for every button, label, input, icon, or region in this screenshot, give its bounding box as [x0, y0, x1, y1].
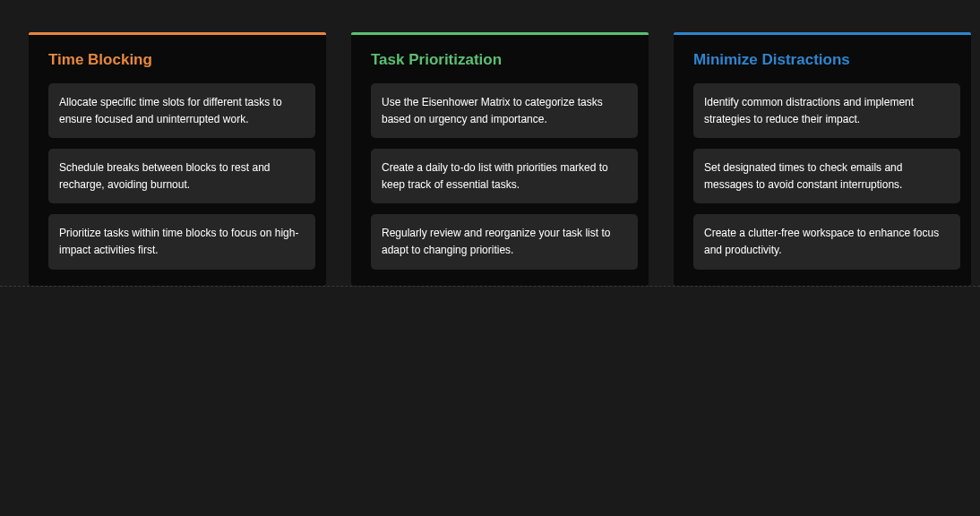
tip-item: Set designated times to check emails and…: [693, 149, 960, 203]
tip-item: Regularly review and reorganize your tas…: [371, 214, 638, 269]
tip-item: Allocate specific time slots for differe…: [48, 83, 315, 138]
card-title: Task Prioritization: [371, 51, 638, 69]
card-task-prioritization: Task Prioritization Use the Eisenhower M…: [351, 32, 649, 286]
card-minimize-distractions: Minimize Distractions Identify common di…: [674, 32, 971, 286]
tip-list: Identify common distractions and impleme…: [693, 83, 960, 270]
tip-item: Use the Eisenhower Matrix to categorize …: [371, 83, 638, 138]
card-inner: Time Blocking Allocate specific time slo…: [29, 35, 326, 282]
card-title: Minimize Distractions: [693, 51, 960, 69]
card-inner: Task Prioritization Use the Eisenhower M…: [351, 35, 649, 282]
tip-item: Create a daily to-do list with prioritie…: [371, 149, 638, 203]
tip-item: Identify common distractions and impleme…: [693, 83, 960, 138]
tip-list: Use the Eisenhower Matrix to categorize …: [371, 83, 638, 270]
tip-item: Create a clutter-free workspace to enhan…: [693, 214, 960, 269]
card-time-blocking: Time Blocking Allocate specific time slo…: [29, 32, 326, 286]
tip-item: Prioritize tasks within time blocks to f…: [48, 214, 315, 269]
card-title: Time Blocking: [48, 51, 315, 69]
tip-item: Schedule breaks between blocks to rest a…: [48, 149, 315, 203]
tip-list: Allocate specific time slots for differe…: [48, 83, 315, 270]
card-inner: Minimize Distractions Identify common di…: [674, 35, 971, 282]
cards-container: Time Blocking Allocate specific time slo…: [0, 0, 980, 287]
